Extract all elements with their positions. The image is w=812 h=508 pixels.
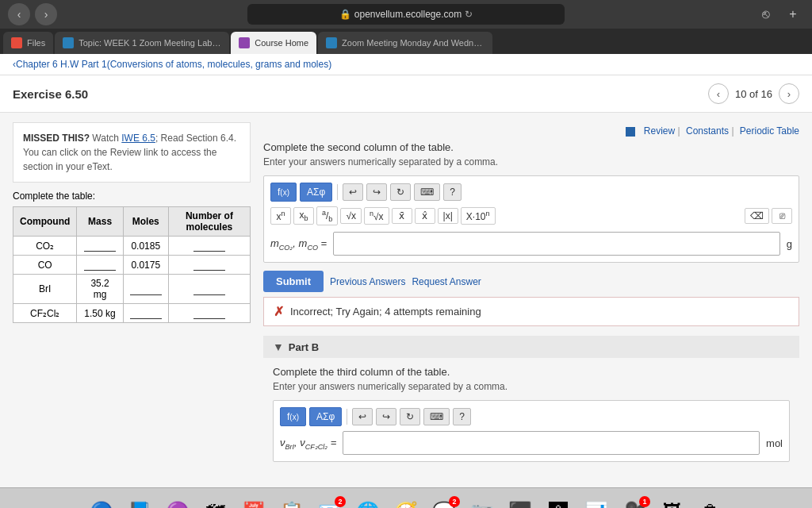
main-layout: MISSED THIS? Watch IWE 6.5; Read Section…	[0, 113, 812, 487]
x-hat-btn-a[interactable]: x̂	[415, 208, 435, 224]
cell-moles-3	[123, 304, 168, 323]
x-bar-btn-a[interactable]: x̄	[392, 208, 412, 224]
submit-button-a[interactable]: Submit	[263, 271, 324, 292]
dock-zoom[interactable]: 🎥1	[617, 495, 652, 508]
cell-molecules-1	[168, 256, 250, 275]
math-label-b: νBrI, νCF₂Cl₂ =	[280, 437, 336, 451]
math-field-b[interactable]	[343, 431, 760, 455]
math-unit-a: g	[787, 238, 792, 250]
iwe-link[interactable]: IWE 6.5	[121, 133, 155, 144]
error-text-a: Incorrect; Try Again; 4 attempts remaini…	[290, 306, 481, 318]
undo-button-b[interactable]: ↩	[352, 408, 373, 425]
part-b-content: Complete the third column of the table. …	[263, 358, 799, 478]
dock-word[interactable]: 📘	[122, 495, 157, 508]
refresh-button-b[interactable]: ↻	[400, 408, 420, 425]
next-page-button[interactable]: ›	[779, 83, 799, 104]
dock-gmail[interactable]: 📧2	[312, 495, 347, 508]
sigma-button-b[interactable]: ΑΣφ	[309, 407, 342, 426]
tab-meeting-label: Zoom Meeting Monday And Wednesday at 7:0…	[342, 38, 485, 48]
dock-powerpoint[interactable]: 📊	[579, 495, 614, 508]
sidebar: MISSED THIS? Watch IWE 6.5; Read Section…	[13, 122, 251, 478]
tab-meeting[interactable]: Zoom Meeting Monday And Wednesday at 7:0…	[318, 32, 492, 54]
math-symbols-a: xn xb a/b √x n√x x̄ x̂ |x| X·10n ⌫ ⎚	[270, 206, 792, 225]
dock-appstore[interactable]: 🅰	[541, 495, 576, 508]
dock-launchpad[interactable]: 🟣	[160, 495, 195, 508]
review-link[interactable]: Review	[644, 125, 675, 137]
error-box-a: ✗ Incorrect; Try Again; 4 attempts remai…	[263, 297, 799, 326]
share-button[interactable]: ⎋	[755, 3, 777, 25]
tabs-bar: Files Topic: WEEK 1 Zoom Meeting Laborat…	[0, 29, 812, 54]
tab-course[interactable]: Course Home	[231, 32, 316, 54]
clear-btn-a[interactable]: ⎚	[772, 208, 792, 224]
part-a-instruction: Complete the second column of the table.	[263, 141, 799, 153]
dock-finder[interactable]: 🔵	[84, 495, 119, 508]
zoom-tab-icon	[63, 37, 74, 48]
page: ‹Chapter 6 H.W Part 1(Conversions of ato…	[0, 54, 812, 487]
abs-btn-a[interactable]: |x|	[438, 208, 458, 224]
nth-root-btn-a[interactable]: n√x	[364, 207, 389, 225]
redo-button-a[interactable]: ↪	[366, 183, 387, 201]
redo-button-b[interactable]: ↪	[376, 408, 396, 425]
part-b-arrow[interactable]: ▼	[273, 341, 284, 353]
formula-button-a[interactable]: f(x)	[270, 183, 297, 202]
dock-trash[interactable]: 🗑	[693, 495, 728, 508]
add-tab-button[interactable]: +	[782, 3, 804, 25]
dock-messages[interactable]: 💬2	[427, 495, 462, 508]
constants-link[interactable]: Constants	[686, 125, 729, 137]
keyboard-button-b[interactable]: ⌨	[423, 408, 450, 425]
reload-icon: ↻	[465, 9, 473, 20]
formula-button-b[interactable]: f(x)	[280, 407, 306, 426]
dock-safari[interactable]: 🧭	[389, 495, 423, 508]
dock-calendar[interactable]: 📅	[236, 495, 271, 508]
dock-reminders[interactable]: 📋	[274, 495, 309, 508]
dock-gmail-badge: 2	[335, 496, 346, 507]
back-button[interactable]: ‹	[8, 3, 30, 25]
x-sub-btn-a[interactable]: xb	[293, 207, 314, 225]
dock-items: 🔵📘🟣🗺📅📋📧2🌐🧭💬2📷⬛🅰📊🎥1🖼🗑	[84, 495, 728, 508]
dock-screenshot[interactable]: ⬛	[503, 495, 538, 508]
tab-zoom[interactable]: Topic: WEEK 1 Zoom Meeting Laboratory-7:…	[55, 32, 229, 54]
table-row: CO 0.0175	[13, 256, 251, 275]
cell-moles-0: 0.0185	[123, 237, 168, 256]
math-field-a[interactable]	[333, 232, 780, 256]
help-button-a[interactable]: ?	[443, 183, 462, 201]
sqrt-btn-a[interactable]: √x	[340, 208, 362, 224]
keyboard-button-a[interactable]: ⌨	[414, 183, 440, 201]
cell-mass-2: 35.2 mg	[77, 275, 123, 304]
refresh-button-a[interactable]: ↻	[390, 183, 411, 201]
tab-files[interactable]: Files	[3, 32, 53, 54]
part-b-instruction: Complete the third column of the table.	[273, 366, 790, 378]
x-power-btn-a[interactable]: xn	[270, 207, 291, 225]
content-area: Review | Constants | Periodic Table Comp…	[263, 122, 799, 478]
part-b-label: Part B	[289, 341, 319, 353]
table-row: CF₂Cl₂ 1.50 kg	[13, 304, 251, 323]
help-button-b[interactable]: ?	[453, 408, 471, 425]
cell-mass-0	[77, 237, 123, 256]
exercise-title: Exercise 6.50	[13, 87, 88, 101]
dock: 🔵📘🟣🗺📅📋📧2🌐🧭💬2📷⬛🅰📊🎥1🖼🗑 Messages	[0, 487, 812, 508]
tab-zoom-label: Topic: WEEK 1 Zoom Meeting Laboratory-7:…	[79, 38, 221, 48]
dock-photos[interactable]: 📷	[465, 495, 500, 508]
browser-chrome: ‹ › 🔒 openvellum.ecollege.com ↻ ⎋ +	[0, 0, 812, 29]
undo-button-a[interactable]: ↩	[343, 183, 363, 201]
sci-notation-btn-a[interactable]: X·10n	[461, 207, 496, 225]
breadcrumb-link[interactable]: ‹Chapter 6 H.W Part 1(Conversions of ato…	[13, 59, 331, 70]
table-instruction: Complete the table:	[13, 190, 251, 202]
sigma-button-a[interactable]: ΑΣφ	[300, 183, 332, 202]
course-tab-icon	[239, 37, 250, 48]
cell-molecules-3	[168, 304, 250, 323]
periodic-table-link[interactable]: Periodic Table	[740, 125, 799, 137]
math-label-a: mCO₂, mCO =	[270, 237, 327, 252]
fraction-btn-a[interactable]: a/b	[316, 206, 338, 225]
forward-button[interactable]: ›	[35, 3, 57, 25]
previous-answers-link[interactable]: Previous Answers	[330, 276, 405, 287]
backspace-btn-a[interactable]: ⌫	[745, 208, 769, 224]
prev-page-button[interactable]: ‹	[708, 83, 729, 104]
address-bar[interactable]: 🔒 openvellum.ecollege.com ↻	[247, 4, 565, 25]
dock-photos2[interactable]: 🖼	[655, 495, 690, 508]
dock-maps[interactable]: 🗺	[198, 495, 233, 508]
col-mass: Mass	[77, 207, 123, 237]
browser-controls: ‹ ›	[8, 3, 57, 25]
request-answer-link[interactable]: Request Answer	[412, 276, 481, 287]
dock-chrome[interactable]: 🌐	[350, 495, 385, 508]
